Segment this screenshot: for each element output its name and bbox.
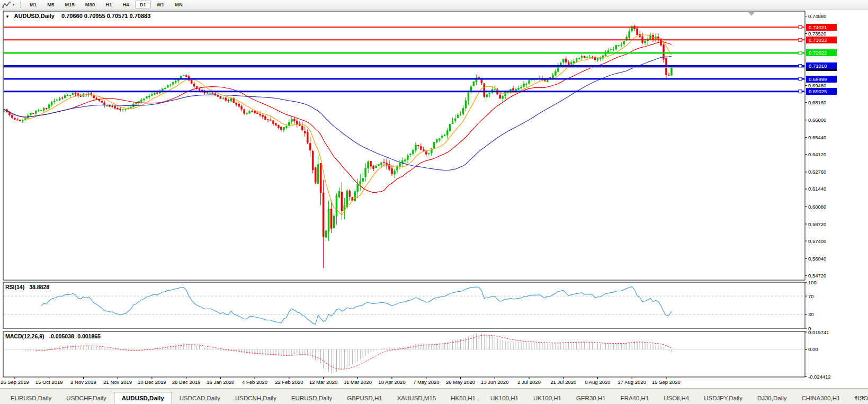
timeframe-button-m5[interactable]: M5 — [42, 1, 59, 8]
symbol-tab-dj30-daily[interactable]: DJ30,Daily — [750, 393, 794, 404]
chart-canvas[interactable] — [0, 0, 868, 404]
symbol-tabbar: EURUSD,DailyUSDCHF,DailyAUDUSD,DailyUSDC… — [0, 388, 868, 404]
timeframe-button-m15[interactable]: M15 — [60, 1, 79, 8]
timeframe-button-m1[interactable]: M1 — [25, 1, 41, 8]
symbol-tab-usdchf-daily[interactable]: USDCHF,Daily — [59, 393, 113, 404]
timeframe-button-d1[interactable]: D1 — [135, 1, 151, 8]
symbol-tab-hk50-h1[interactable]: HK50,H1 — [443, 393, 483, 404]
symbol-tab-gbpusd-h1[interactable]: GBPUSD,H1 — [339, 393, 389, 404]
symbol-tab-fra40-h1[interactable]: FRA40,H1 — [613, 393, 657, 404]
tab-scroll-right-icon[interactable]: ► — [861, 394, 866, 400]
symbol-tab-ger30-h1[interactable]: GER30,H1 — [569, 393, 613, 404]
symbol-tab-usdcnh-daily[interactable]: USDCNH,Daily — [228, 393, 284, 404]
toolbar-grip[interactable] — [20, 2, 22, 8]
symbol-tab-uk100-h1[interactable]: UK100,H1 — [526, 393, 569, 404]
symbol-tab-china300-h1[interactable]: CHINA300,H1 — [794, 393, 848, 404]
timeframe-button-mn[interactable]: MN — [170, 1, 187, 8]
symbol-tab-usdjpy-daily[interactable]: USDJPY,Daily — [696, 393, 750, 404]
symbol-tab-usdcad-daily[interactable]: USDCAD,Daily — [172, 393, 228, 404]
chart-title: ▼ AUDUSD,Daily 0.70660 0.70955 0.70571 0… — [5, 13, 150, 19]
chart-menu-icon[interactable]: ▼ — [5, 14, 10, 19]
chart-symbol: AUDUSD,Daily — [14, 13, 55, 19]
tab-scroll-left-icon[interactable]: ◄ — [853, 394, 858, 400]
timeframe-button-h1[interactable]: H1 — [101, 1, 117, 8]
timeframe-button-m30[interactable]: M30 — [80, 1, 100, 8]
top-toolbar: ▼ M1M5M15M30H1H4D1W1MN — [0, 0, 868, 10]
chart-ohlc-values: 0.70660 0.70955 0.70571 0.70883 — [61, 13, 150, 19]
trendline-tool-dropdown-icon[interactable]: ▼ — [12, 3, 15, 6]
symbol-tab-xauusd-m15[interactable]: XAUUSD,M15 — [390, 393, 444, 404]
symbol-tab-usoil-h4[interactable]: USOil,H4 — [656, 393, 696, 404]
timeframe-button-w1[interactable]: W1 — [152, 1, 169, 8]
symbol-tab-eurusd-daily[interactable]: EURUSD,Daily — [3, 393, 59, 404]
rsi-value: 38.8828 — [29, 284, 49, 290]
symbol-tab-audusd-daily[interactable]: AUDUSD,Daily — [114, 392, 172, 404]
macd-label: MACD(12,26,9) -0.005038 -0.001865 — [5, 333, 101, 339]
macd-values: -0.005038 -0.001865 — [49, 333, 101, 339]
timeframe-button-h4[interactable]: H4 — [118, 1, 133, 8]
trendline-tool-icon[interactable] — [2, 1, 11, 8]
rsi-label: RSI(14) 38.8828 — [5, 284, 49, 290]
symbol-tab-uk100-h1[interactable]: UK100,H1 — [483, 393, 526, 404]
symbol-tab-eurusd-daily[interactable]: EURUSD,Daily — [284, 393, 339, 404]
